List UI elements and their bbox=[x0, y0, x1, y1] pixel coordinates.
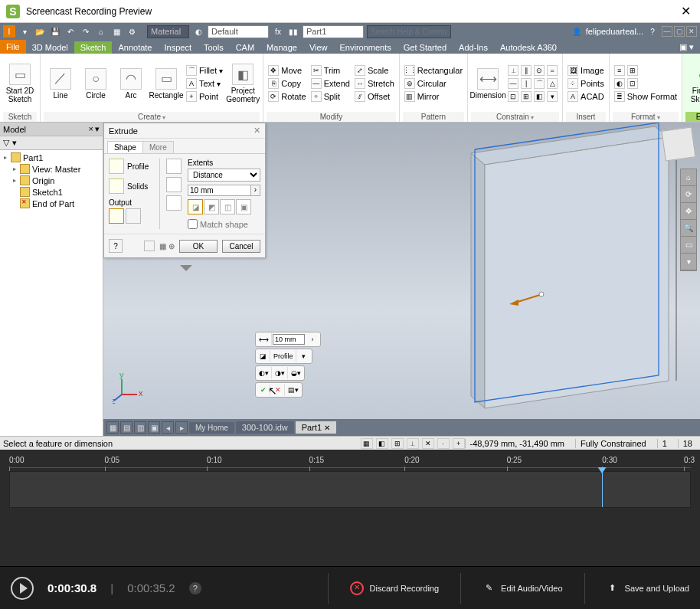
mirror-button[interactable]: ▥Mirror bbox=[403, 90, 464, 103]
status-icon7[interactable]: + bbox=[453, 438, 465, 449]
tab-file[interactable]: File bbox=[0, 40, 26, 54]
rotate-button[interactable]: ⟳Rotate bbox=[267, 90, 307, 103]
show-format-button[interactable]: ≣Show Format bbox=[613, 90, 679, 103]
ribbon-overflow-icon[interactable]: ▣ ▾ bbox=[673, 41, 700, 54]
tree-view[interactable]: ▸View: Master bbox=[2, 163, 101, 175]
extents-mode-select[interactable]: Distance bbox=[188, 169, 260, 182]
scale-button[interactable]: ⤢Scale bbox=[353, 64, 396, 77]
qat-select-icon[interactable]: ▦ bbox=[110, 25, 123, 38]
dialog-and-icon[interactable]: ▦ ⊕ bbox=[159, 242, 175, 250]
panel-format-label[interactable]: Format bbox=[613, 112, 679, 122]
mini-dir1-button[interactable]: ◐▾ bbox=[257, 367, 272, 379]
insert-image-button[interactable]: 🖼Image bbox=[566, 64, 606, 77]
player-help-button[interactable]: ? bbox=[189, 582, 201, 594]
qat-undo-icon[interactable]: ↶ bbox=[64, 25, 77, 38]
tab-sketch[interactable]: Sketch bbox=[74, 41, 113, 54]
output-solid-button[interactable] bbox=[109, 208, 124, 224]
nav-pan-icon[interactable]: ✥ bbox=[681, 203, 696, 220]
dialog-preview-check[interactable] bbox=[144, 241, 155, 251]
nav-more-icon[interactable]: ▾ bbox=[681, 254, 696, 270]
bool-join-button[interactable]: ◪ bbox=[188, 199, 203, 214]
tab-view[interactable]: View bbox=[303, 41, 334, 54]
status-icon2[interactable]: ◧ bbox=[376, 438, 388, 449]
material-dropdown[interactable]: Material bbox=[147, 25, 189, 38]
tree-origin[interactable]: ▸Origin bbox=[2, 175, 101, 186]
browser-pin-icon[interactable]: × bbox=[89, 124, 93, 134]
point-button[interactable]: +Point bbox=[185, 90, 224, 103]
direction-neg-button[interactable] bbox=[166, 177, 182, 192]
mini-dir3-button[interactable]: ◒▾ bbox=[289, 367, 303, 379]
browser-search-icon[interactable]: ▾ bbox=[12, 138, 17, 148]
offset-button[interactable]: ⫽Offset bbox=[353, 90, 396, 103]
text-button[interactable]: AText ▾ bbox=[185, 77, 224, 90]
qat-save-icon[interactable]: 💾 bbox=[49, 25, 61, 38]
panel-constrain-label[interactable]: Constrain bbox=[471, 112, 559, 122]
output-surface-button[interactable] bbox=[126, 208, 141, 224]
tab-tools[interactable]: Tools bbox=[198, 41, 230, 54]
distance-arrow-button[interactable]: › bbox=[251, 185, 260, 196]
qat-more-icon[interactable]: ⚙ bbox=[126, 25, 138, 38]
maximize-button[interactable]: ▢ bbox=[674, 26, 685, 37]
tree-root[interactable]: ▸Part1 bbox=[2, 152, 101, 163]
timeline-ruler[interactable]: 0:00 0:05 0:10 0:15 0:20 0:25 0:30 0:3 bbox=[9, 456, 691, 468]
dialog-help-button[interactable]: ? bbox=[109, 239, 123, 253]
inner-close-button[interactable]: ✕ bbox=[686, 26, 697, 37]
nav-home-icon[interactable]: ⌂ bbox=[681, 169, 696, 186]
tree-end-of-part[interactable]: End of Part bbox=[2, 198, 101, 209]
mini-dir2-button[interactable]: ◑▾ bbox=[273, 367, 288, 379]
doctab-layout4-icon[interactable]: ▣ bbox=[148, 421, 160, 434]
mini-distance-arrow[interactable]: › bbox=[306, 333, 319, 345]
dimension-button[interactable]: ⟷Dimension bbox=[471, 55, 505, 112]
browser-menu-icon[interactable]: ▾ bbox=[95, 124, 100, 134]
direction-sym-button[interactable] bbox=[166, 195, 182, 211]
doctab-layout1-icon[interactable]: ▦ bbox=[106, 421, 119, 434]
tree-sketch1[interactable]: Sketch1 bbox=[2, 186, 101, 198]
arc-button[interactable]: ◠Arc bbox=[114, 55, 148, 112]
nav-orbit-icon[interactable]: ⟳ bbox=[681, 186, 696, 203]
format-btn2[interactable]: ◐⊡ bbox=[613, 77, 679, 90]
doctab-next-icon[interactable]: ▸ bbox=[175, 421, 188, 434]
panel-create-label[interactable]: Create bbox=[44, 112, 260, 122]
nav-zoom-icon[interactable]: 🔍 bbox=[681, 220, 696, 237]
doctab-part1[interactable]: Part1 ✕ bbox=[296, 421, 336, 434]
signin-icon[interactable]: 👤 bbox=[571, 25, 583, 38]
mini-distance-input[interactable] bbox=[273, 334, 305, 345]
timeline-track[interactable] bbox=[9, 471, 691, 508]
edit-audio-video-button[interactable]: ✎Edit Audio/Video bbox=[482, 582, 563, 594]
qat-fx-icon[interactable]: fx bbox=[272, 25, 284, 38]
bool-newsolid-button[interactable]: ▣ bbox=[236, 199, 251, 214]
doctab-prev-icon[interactable]: ◂ bbox=[162, 421, 174, 434]
direction-pos-button[interactable] bbox=[166, 159, 182, 174]
doctab-layout3-icon[interactable]: ▥ bbox=[134, 421, 146, 434]
cancel-button[interactable]: Cancel bbox=[222, 240, 260, 253]
doctab-drawing[interactable]: 300-100.idw bbox=[236, 421, 294, 434]
tab-environments[interactable]: Environments bbox=[334, 41, 397, 54]
document-name-field[interactable]: Part1 bbox=[303, 25, 364, 38]
tab-manage[interactable]: Manage bbox=[260, 41, 303, 54]
insert-points-button[interactable]: ⁘Points bbox=[566, 77, 606, 90]
status-icon6[interactable]: · bbox=[437, 438, 450, 449]
circle-button[interactable]: ○Circle bbox=[79, 55, 113, 112]
tab-add-ins[interactable]: Add-Ins bbox=[453, 41, 494, 54]
circular-pattern-button[interactable]: ⊚Circular bbox=[403, 77, 464, 90]
help-icon[interactable]: ? bbox=[646, 25, 659, 38]
playhead[interactable] bbox=[602, 472, 603, 507]
dialog-tab-more[interactable]: More bbox=[142, 141, 174, 153]
help-search-input[interactable] bbox=[367, 25, 451, 38]
bool-intersect-button[interactable]: ◫ bbox=[220, 199, 235, 214]
extend-button[interactable]: —Extend bbox=[309, 77, 352, 90]
appearance-dropdown[interactable]: Default bbox=[208, 25, 269, 38]
tab-3d-model[interactable]: 3D Model bbox=[26, 41, 74, 54]
solids-select-button[interactable] bbox=[109, 178, 124, 194]
nav-lookat-icon[interactable]: ▭ bbox=[681, 237, 696, 254]
fillet-button[interactable]: ⌒Fillet ▾ bbox=[185, 64, 224, 77]
discard-recording-button[interactable]: Discard Recording bbox=[350, 581, 439, 595]
appearance-swatch-icon[interactable]: ◐ bbox=[192, 25, 204, 38]
profile-select-button[interactable] bbox=[109, 159, 124, 174]
mini-profile-drop[interactable]: ▾ bbox=[297, 350, 311, 362]
tab-inspect[interactable]: Inspect bbox=[159, 41, 198, 54]
constraint-row1[interactable]: ⟂∥⊙= bbox=[506, 64, 559, 77]
play-button[interactable] bbox=[11, 577, 34, 600]
ok-button[interactable]: OK bbox=[179, 240, 218, 253]
doctab-layout2-icon[interactable]: ▤ bbox=[120, 421, 132, 434]
